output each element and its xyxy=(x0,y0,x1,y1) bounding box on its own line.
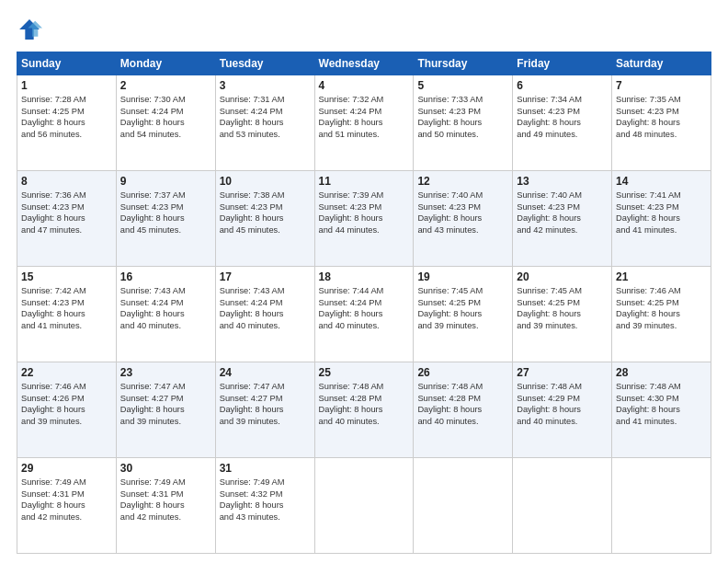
calendar-day-15: 15Sunrise: 7:42 AM Sunset: 4:23 PM Dayli… xyxy=(17,267,117,362)
day-number: 23 xyxy=(120,366,211,379)
day-number: 12 xyxy=(417,175,508,188)
day-number: 2 xyxy=(120,79,211,92)
day-info: Sunrise: 7:48 AM Sunset: 4:30 PM Dayligh… xyxy=(616,381,707,427)
day-info: Sunrise: 7:48 AM Sunset: 4:28 PM Dayligh… xyxy=(319,381,410,427)
day-info: Sunrise: 7:40 AM Sunset: 4:23 PM Dayligh… xyxy=(517,190,608,236)
calendar-day-24: 24Sunrise: 7:47 AM Sunset: 4:27 PM Dayli… xyxy=(215,362,314,458)
day-number: 9 xyxy=(120,175,211,188)
day-number: 6 xyxy=(517,79,608,92)
day-info: Sunrise: 7:34 AM Sunset: 4:23 PM Dayligh… xyxy=(517,94,608,140)
day-number: 31 xyxy=(220,462,311,475)
day-number: 4 xyxy=(319,79,410,92)
calendar-table: SundayMondayTuesdayWednesdayThursdayFrid… xyxy=(17,52,711,554)
day-number: 13 xyxy=(517,175,608,188)
day-number: 28 xyxy=(616,366,707,379)
empty-cell xyxy=(612,458,711,554)
calendar-day-4: 4Sunrise: 7:32 AM Sunset: 4:24 PM Daylig… xyxy=(314,75,414,171)
calendar-day-14: 14Sunrise: 7:41 AM Sunset: 4:23 PM Dayli… xyxy=(612,171,711,267)
calendar-week-3: 15Sunrise: 7:42 AM Sunset: 4:23 PM Dayli… xyxy=(17,267,711,362)
day-info: Sunrise: 7:44 AM Sunset: 4:24 PM Dayligh… xyxy=(319,285,410,331)
day-info: Sunrise: 7:46 AM Sunset: 4:25 PM Dayligh… xyxy=(616,285,707,331)
calendar-day-10: 10Sunrise: 7:38 AM Sunset: 4:23 PM Dayli… xyxy=(215,171,314,267)
day-info: Sunrise: 7:45 AM Sunset: 4:25 PM Dayligh… xyxy=(417,285,508,331)
logo-icon xyxy=(17,17,42,42)
weekday-header-sunday: Sunday xyxy=(17,52,117,75)
day-number: 1 xyxy=(21,79,112,92)
calendar-week-4: 22Sunrise: 7:46 AM Sunset: 4:26 PM Dayli… xyxy=(17,362,711,458)
day-info: Sunrise: 7:47 AM Sunset: 4:27 PM Dayligh… xyxy=(220,381,311,427)
day-info: Sunrise: 7:31 AM Sunset: 4:24 PM Dayligh… xyxy=(220,94,311,140)
day-info: Sunrise: 7:49 AM Sunset: 4:31 PM Dayligh… xyxy=(120,477,211,523)
day-info: Sunrise: 7:47 AM Sunset: 4:27 PM Dayligh… xyxy=(120,381,211,427)
calendar-day-23: 23Sunrise: 7:47 AM Sunset: 4:27 PM Dayli… xyxy=(116,362,215,458)
day-number: 16 xyxy=(120,270,211,283)
calendar-day-28: 28Sunrise: 7:48 AM Sunset: 4:30 PM Dayli… xyxy=(612,362,711,458)
weekday-header-saturday: Saturday xyxy=(612,52,711,75)
page: SundayMondayTuesdayWednesdayThursdayFrid… xyxy=(0,0,728,563)
calendar-day-27: 27Sunrise: 7:48 AM Sunset: 4:29 PM Dayli… xyxy=(513,362,612,458)
day-number: 27 xyxy=(517,366,608,379)
calendar-day-1: 1Sunrise: 7:28 AM Sunset: 4:25 PM Daylig… xyxy=(17,75,117,171)
calendar-day-11: 11Sunrise: 7:39 AM Sunset: 4:23 PM Dayli… xyxy=(314,171,414,267)
weekday-header-tuesday: Tuesday xyxy=(215,52,314,75)
calendar-day-25: 25Sunrise: 7:48 AM Sunset: 4:28 PM Dayli… xyxy=(314,362,414,458)
calendar-day-8: 8Sunrise: 7:36 AM Sunset: 4:23 PM Daylig… xyxy=(17,171,117,267)
day-number: 19 xyxy=(417,270,508,283)
day-info: Sunrise: 7:46 AM Sunset: 4:26 PM Dayligh… xyxy=(21,381,112,427)
day-info: Sunrise: 7:48 AM Sunset: 4:28 PM Dayligh… xyxy=(417,381,508,427)
empty-cell xyxy=(314,458,414,554)
weekday-header-friday: Friday xyxy=(513,52,612,75)
calendar-day-18: 18Sunrise: 7:44 AM Sunset: 4:24 PM Dayli… xyxy=(314,267,414,362)
calendar-day-13: 13Sunrise: 7:40 AM Sunset: 4:23 PM Dayli… xyxy=(513,171,612,267)
calendar-day-17: 17Sunrise: 7:43 AM Sunset: 4:24 PM Dayli… xyxy=(215,267,314,362)
day-number: 21 xyxy=(616,270,707,283)
calendar-day-26: 26Sunrise: 7:48 AM Sunset: 4:28 PM Dayli… xyxy=(414,362,513,458)
day-info: Sunrise: 7:40 AM Sunset: 4:23 PM Dayligh… xyxy=(417,190,508,236)
day-number: 20 xyxy=(517,270,608,283)
calendar-day-29: 29Sunrise: 7:49 AM Sunset: 4:31 PM Dayli… xyxy=(17,458,117,554)
day-number: 5 xyxy=(417,79,508,92)
calendar-day-5: 5Sunrise: 7:33 AM Sunset: 4:23 PM Daylig… xyxy=(414,75,513,171)
day-number: 18 xyxy=(319,270,410,283)
empty-cell xyxy=(513,458,612,554)
day-info: Sunrise: 7:39 AM Sunset: 4:23 PM Dayligh… xyxy=(319,190,410,236)
calendar-week-2: 8Sunrise: 7:36 AM Sunset: 4:23 PM Daylig… xyxy=(17,171,711,267)
day-number: 17 xyxy=(220,270,311,283)
calendar-day-2: 2Sunrise: 7:30 AM Sunset: 4:24 PM Daylig… xyxy=(116,75,215,171)
day-info: Sunrise: 7:33 AM Sunset: 4:23 PM Dayligh… xyxy=(417,94,508,140)
day-info: Sunrise: 7:43 AM Sunset: 4:24 PM Dayligh… xyxy=(220,285,311,331)
calendar-header-row: SundayMondayTuesdayWednesdayThursdayFrid… xyxy=(17,52,711,75)
weekday-header-thursday: Thursday xyxy=(414,52,513,75)
day-info: Sunrise: 7:28 AM Sunset: 4:25 PM Dayligh… xyxy=(21,94,112,140)
day-info: Sunrise: 7:32 AM Sunset: 4:24 PM Dayligh… xyxy=(319,94,410,140)
calendar-day-3: 3Sunrise: 7:31 AM Sunset: 4:24 PM Daylig… xyxy=(215,75,314,171)
calendar-day-21: 21Sunrise: 7:46 AM Sunset: 4:25 PM Dayli… xyxy=(612,267,711,362)
day-number: 24 xyxy=(220,366,311,379)
calendar-day-19: 19Sunrise: 7:45 AM Sunset: 4:25 PM Dayli… xyxy=(414,267,513,362)
calendar-week-1: 1Sunrise: 7:28 AM Sunset: 4:25 PM Daylig… xyxy=(17,75,711,171)
day-info: Sunrise: 7:36 AM Sunset: 4:23 PM Dayligh… xyxy=(21,190,112,236)
day-number: 30 xyxy=(120,462,211,475)
calendar-day-6: 6Sunrise: 7:34 AM Sunset: 4:23 PM Daylig… xyxy=(513,75,612,171)
day-number: 10 xyxy=(220,175,311,188)
day-number: 15 xyxy=(21,270,112,283)
calendar-day-9: 9Sunrise: 7:37 AM Sunset: 4:23 PM Daylig… xyxy=(116,171,215,267)
day-info: Sunrise: 7:43 AM Sunset: 4:24 PM Dayligh… xyxy=(120,285,211,331)
day-info: Sunrise: 7:42 AM Sunset: 4:23 PM Dayligh… xyxy=(21,285,112,331)
calendar-day-16: 16Sunrise: 7:43 AM Sunset: 4:24 PM Dayli… xyxy=(116,267,215,362)
calendar-day-20: 20Sunrise: 7:45 AM Sunset: 4:25 PM Dayli… xyxy=(513,267,612,362)
calendar-body: 1Sunrise: 7:28 AM Sunset: 4:25 PM Daylig… xyxy=(17,75,711,554)
calendar-day-30: 30Sunrise: 7:49 AM Sunset: 4:31 PM Dayli… xyxy=(116,458,215,554)
day-number: 8 xyxy=(21,175,112,188)
day-info: Sunrise: 7:35 AM Sunset: 4:23 PM Dayligh… xyxy=(616,94,707,140)
day-number: 25 xyxy=(319,366,410,379)
day-info: Sunrise: 7:49 AM Sunset: 4:31 PM Dayligh… xyxy=(21,477,112,523)
day-info: Sunrise: 7:48 AM Sunset: 4:29 PM Dayligh… xyxy=(517,381,608,427)
header xyxy=(17,17,711,42)
empty-cell xyxy=(414,458,513,554)
calendar-day-12: 12Sunrise: 7:40 AM Sunset: 4:23 PM Dayli… xyxy=(414,171,513,267)
day-info: Sunrise: 7:41 AM Sunset: 4:23 PM Dayligh… xyxy=(616,190,707,236)
day-number: 14 xyxy=(616,175,707,188)
day-info: Sunrise: 7:37 AM Sunset: 4:23 PM Dayligh… xyxy=(120,190,211,236)
day-info: Sunrise: 7:45 AM Sunset: 4:25 PM Dayligh… xyxy=(517,285,608,331)
